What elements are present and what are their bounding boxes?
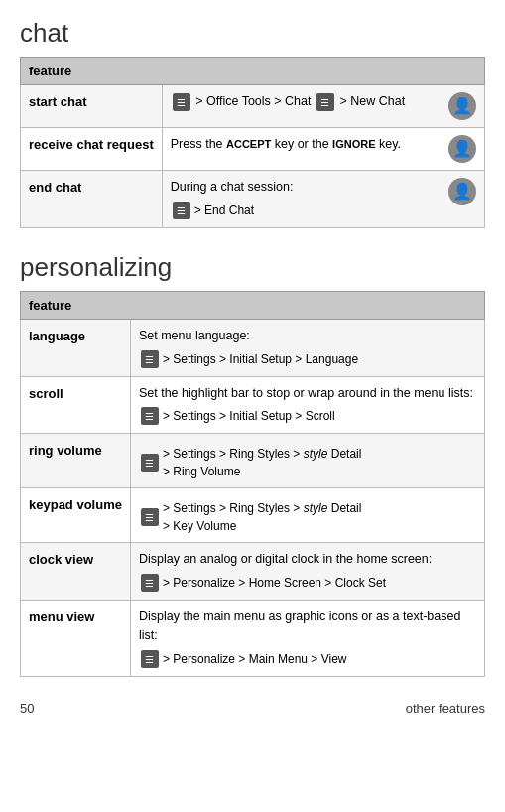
table-row: end chat During a chat session: > End Ch… [21, 171, 485, 228]
feature-label: end chat [21, 171, 163, 228]
chat-table: feature start chat > Office Tools > Chat… [20, 57, 485, 228]
table-row: keypad volume > Settings > Ring Styles >… [21, 488, 485, 543]
feature-label: keypad volume [21, 488, 131, 543]
avatar [448, 135, 476, 163]
menu-icon [141, 350, 159, 368]
feature-desc: > Settings > Ring Styles > style Detail>… [130, 488, 484, 543]
path-text: > Settings > Ring Styles > style Detail>… [163, 445, 361, 480]
table-row: menu view Display the main menu as graph… [21, 601, 485, 677]
personalizing-title: personalizing [20, 252, 485, 283]
feature-desc: Press the ACCEPT key or the IGNORE key. [162, 128, 484, 171]
path-text: > Settings > Ring Styles > style Detail>… [163, 499, 361, 535]
italic-style: style [304, 501, 328, 515]
table-row: language Set menu language: > Settings >… [21, 319, 485, 376]
personalizing-table: feature language Set menu language: > Se… [20, 291, 485, 677]
path-text: > Settings > Initial Setup > Language [163, 350, 358, 368]
avatar [448, 92, 476, 120]
table-row: start chat > Office Tools > Chat > New C… [21, 85, 485, 128]
menu-icon [316, 93, 334, 111]
menu-icon [141, 508, 159, 526]
path-text: > Office Tools > Chat [195, 94, 315, 108]
avatar [448, 178, 476, 205]
feature-label: menu view [21, 601, 131, 677]
italic-style: style [304, 447, 328, 461]
menu-icon [173, 93, 190, 111]
feature-desc: During a chat session: > End Chat [162, 171, 484, 228]
feature-label: scroll [21, 376, 131, 434]
menu-icon [141, 574, 159, 592]
feature-desc: Display an analog or digital clock in th… [130, 543, 484, 601]
accept-key: ACCEPT [226, 138, 271, 150]
table-row: clock view Display an analog or digital … [21, 543, 485, 601]
path-text: > End Chat [194, 202, 254, 219]
footer-label: other features [406, 701, 485, 716]
path-text: > Personalize > Main Menu > View [163, 650, 347, 668]
table-row: scroll Set the highlight bar to stop or … [21, 376, 485, 434]
feature-label: start chat [21, 85, 163, 128]
feature-desc: Set the highlight bar to stop or wrap ar… [130, 376, 484, 434]
feature-desc: > Settings > Ring Styles > style Detail>… [130, 434, 484, 488]
path-text: > New Chat [339, 94, 405, 108]
chat-table-header: feature [21, 58, 485, 85]
footer: 50 other features [20, 701, 485, 716]
personalizing-table-header: feature [21, 291, 485, 319]
feature-desc: Display the main menu as graphic icons o… [130, 601, 484, 677]
feature-label: receive chat request [21, 128, 163, 171]
path-text: > Settings > Initial Setup > Scroll [163, 407, 335, 425]
ignore-key: IGNORE [332, 138, 375, 150]
table-row: receive chat request Press the ACCEPT ke… [21, 128, 485, 171]
feature-label: clock view [21, 543, 131, 601]
feature-label: language [21, 319, 131, 376]
feature-label: ring volume [21, 434, 131, 488]
path-text: > Personalize > Home Screen > Clock Set [163, 574, 386, 592]
page-number: 50 [20, 701, 34, 716]
chat-title: chat [20, 18, 485, 49]
table-row: ring volume > Settings > Ring Styles > s… [21, 434, 485, 488]
menu-icon [173, 202, 190, 219]
feature-desc: Set menu language: > Settings > Initial … [130, 319, 484, 376]
menu-icon [141, 454, 159, 472]
menu-icon [141, 407, 159, 425]
feature-desc: > Office Tools > Chat > New Chat [162, 85, 484, 128]
menu-icon [141, 650, 159, 668]
